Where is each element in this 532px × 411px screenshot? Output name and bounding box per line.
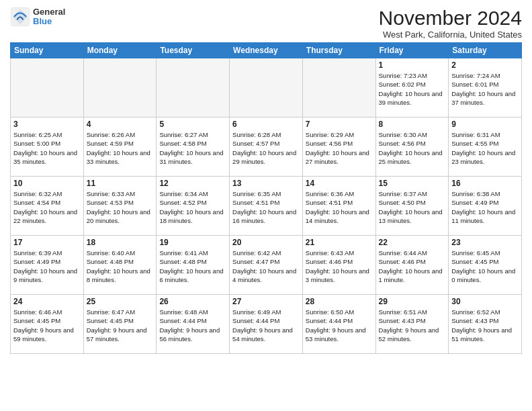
calendar-cell: 10Sunrise: 6:32 AM Sunset: 4:54 PM Dayli… bbox=[11, 177, 84, 236]
month-title: November 2024 bbox=[379, 7, 522, 30]
day-info: Sunrise: 6:35 AM Sunset: 4:51 PM Dayligh… bbox=[232, 189, 300, 225]
calendar-cell: 29Sunrise: 6:51 AM Sunset: 4:43 PM Dayli… bbox=[375, 295, 449, 354]
calendar-cell: 15Sunrise: 6:37 AM Sunset: 4:50 PM Dayli… bbox=[375, 177, 449, 236]
day-info: Sunrise: 6:31 AM Sunset: 4:55 PM Dayligh… bbox=[451, 130, 519, 166]
day-info: Sunrise: 6:25 AM Sunset: 5:00 PM Dayligh… bbox=[13, 130, 81, 166]
day-number: 1 bbox=[379, 60, 446, 70]
title-block: November 2024 West Park, California, Uni… bbox=[379, 7, 522, 40]
day-number: 15 bbox=[379, 179, 446, 188]
day-number: 26 bbox=[159, 297, 226, 306]
day-info: Sunrise: 6:44 AM Sunset: 4:46 PM Dayligh… bbox=[379, 248, 446, 284]
calendar-cell: 18Sunrise: 6:40 AM Sunset: 4:48 PM Dayli… bbox=[83, 236, 157, 295]
day-info: Sunrise: 6:37 AM Sunset: 4:50 PM Dayligh… bbox=[379, 189, 446, 225]
day-number: 30 bbox=[451, 297, 519, 306]
day-number: 21 bbox=[306, 238, 373, 247]
day-number: 19 bbox=[159, 238, 226, 247]
day-info: Sunrise: 6:41 AM Sunset: 4:48 PM Dayligh… bbox=[159, 248, 226, 284]
calendar-cell: 9Sunrise: 6:31 AM Sunset: 4:55 PM Daylig… bbox=[449, 118, 522, 177]
calendar-cell: 20Sunrise: 6:42 AM Sunset: 4:47 PM Dayli… bbox=[230, 236, 303, 295]
day-number: 29 bbox=[379, 297, 446, 306]
col-header-saturday: Saturday bbox=[449, 43, 522, 58]
calendar-cell: 3Sunrise: 6:25 AM Sunset: 5:00 PM Daylig… bbox=[11, 118, 84, 177]
day-number: 12 bbox=[159, 179, 226, 188]
calendar-cell: 22Sunrise: 6:44 AM Sunset: 4:46 PM Dayli… bbox=[375, 236, 449, 295]
page-container: General Blue November 2024 West Park, Ca… bbox=[0, 0, 532, 357]
day-info: Sunrise: 6:45 AM Sunset: 4:45 PM Dayligh… bbox=[451, 248, 519, 284]
calendar-cell: 30Sunrise: 6:52 AM Sunset: 4:43 PM Dayli… bbox=[449, 295, 522, 354]
day-info: Sunrise: 6:26 AM Sunset: 4:59 PM Dayligh… bbox=[87, 130, 154, 166]
day-number: 18 bbox=[87, 238, 154, 247]
day-number: 14 bbox=[306, 179, 373, 188]
col-header-wednesday: Wednesday bbox=[230, 43, 303, 58]
day-info: Sunrise: 6:42 AM Sunset: 4:47 PM Dayligh… bbox=[232, 248, 300, 284]
day-info: Sunrise: 6:33 AM Sunset: 4:53 PM Dayligh… bbox=[87, 189, 154, 225]
calendar-cell: 11Sunrise: 6:33 AM Sunset: 4:53 PM Dayli… bbox=[83, 177, 157, 236]
calendar-cell: 13Sunrise: 6:35 AM Sunset: 4:51 PM Dayli… bbox=[230, 177, 303, 236]
day-number: 24 bbox=[13, 297, 81, 306]
day-number: 3 bbox=[13, 120, 81, 129]
col-header-sunday: Sunday bbox=[11, 43, 84, 58]
calendar-cell: 2Sunrise: 7:24 AM Sunset: 6:01 PM Daylig… bbox=[449, 58, 522, 118]
calendar-cell bbox=[11, 58, 84, 118]
day-number: 8 bbox=[379, 120, 446, 129]
day-number: 2 bbox=[451, 60, 519, 70]
col-header-monday: Monday bbox=[83, 43, 157, 58]
logo-icon bbox=[10, 7, 30, 27]
calendar-cell: 26Sunrise: 6:48 AM Sunset: 4:44 PM Dayli… bbox=[157, 295, 230, 354]
calendar-cell bbox=[302, 58, 375, 118]
day-info: Sunrise: 6:48 AM Sunset: 4:44 PM Dayligh… bbox=[159, 308, 226, 343]
day-info: Sunrise: 7:24 AM Sunset: 6:01 PM Dayligh… bbox=[451, 71, 519, 107]
day-info: Sunrise: 6:52 AM Sunset: 4:43 PM Dayligh… bbox=[451, 308, 519, 343]
calendar-cell bbox=[230, 58, 303, 118]
logo: General Blue bbox=[10, 7, 65, 27]
day-number: 22 bbox=[379, 238, 446, 247]
day-info: Sunrise: 6:40 AM Sunset: 4:48 PM Dayligh… bbox=[87, 248, 154, 284]
day-number: 10 bbox=[13, 179, 81, 188]
calendar-cell: 1Sunrise: 7:23 AM Sunset: 6:02 PM Daylig… bbox=[375, 58, 449, 118]
calendar-cell: 12Sunrise: 6:34 AM Sunset: 4:52 PM Dayli… bbox=[157, 177, 230, 236]
col-header-tuesday: Tuesday bbox=[157, 43, 230, 58]
logo-line1: General bbox=[33, 7, 65, 17]
calendar-cell: 23Sunrise: 6:45 AM Sunset: 4:45 PM Dayli… bbox=[449, 236, 522, 295]
logo-text: General Blue bbox=[33, 7, 65, 27]
day-number: 5 bbox=[159, 120, 226, 129]
calendar-week-5: 24Sunrise: 6:46 AM Sunset: 4:45 PM Dayli… bbox=[11, 295, 522, 354]
day-number: 17 bbox=[13, 238, 81, 247]
calendar-header-row: SundayMondayTuesdayWednesdayThursdayFrid… bbox=[11, 43, 522, 58]
day-info: Sunrise: 6:32 AM Sunset: 4:54 PM Dayligh… bbox=[13, 189, 81, 225]
location: West Park, California, United States bbox=[379, 30, 522, 40]
day-info: Sunrise: 6:43 AM Sunset: 4:46 PM Dayligh… bbox=[306, 248, 373, 284]
calendar-cell: 16Sunrise: 6:38 AM Sunset: 4:49 PM Dayli… bbox=[449, 177, 522, 236]
calendar-week-1: 1Sunrise: 7:23 AM Sunset: 6:02 PM Daylig… bbox=[11, 58, 522, 118]
day-info: Sunrise: 6:34 AM Sunset: 4:52 PM Dayligh… bbox=[159, 189, 226, 225]
col-header-thursday: Thursday bbox=[302, 43, 375, 58]
calendar-cell: 28Sunrise: 6:50 AM Sunset: 4:44 PM Dayli… bbox=[302, 295, 375, 354]
day-info: Sunrise: 6:27 AM Sunset: 4:58 PM Dayligh… bbox=[159, 130, 226, 166]
calendar-week-2: 3Sunrise: 6:25 AM Sunset: 5:00 PM Daylig… bbox=[11, 118, 522, 177]
calendar-cell: 7Sunrise: 6:29 AM Sunset: 4:56 PM Daylig… bbox=[302, 118, 375, 177]
day-info: Sunrise: 6:50 AM Sunset: 4:44 PM Dayligh… bbox=[306, 308, 373, 343]
calendar-cell: 27Sunrise: 6:49 AM Sunset: 4:44 PM Dayli… bbox=[230, 295, 303, 354]
day-info: Sunrise: 6:47 AM Sunset: 4:45 PM Dayligh… bbox=[87, 308, 154, 343]
logo-line2: Blue bbox=[33, 17, 65, 26]
day-number: 7 bbox=[306, 120, 373, 129]
day-info: Sunrise: 6:28 AM Sunset: 4:57 PM Dayligh… bbox=[232, 130, 300, 166]
calendar-cell: 8Sunrise: 6:30 AM Sunset: 4:56 PM Daylig… bbox=[375, 118, 449, 177]
day-info: Sunrise: 6:51 AM Sunset: 4:43 PM Dayligh… bbox=[379, 308, 446, 343]
calendar-cell: 24Sunrise: 6:46 AM Sunset: 4:45 PM Dayli… bbox=[11, 295, 84, 354]
calendar-cell: 5Sunrise: 6:27 AM Sunset: 4:58 PM Daylig… bbox=[157, 118, 230, 177]
day-info: Sunrise: 7:23 AM Sunset: 6:02 PM Dayligh… bbox=[379, 71, 446, 107]
calendar-week-3: 10Sunrise: 6:32 AM Sunset: 4:54 PM Dayli… bbox=[11, 177, 522, 236]
day-number: 11 bbox=[87, 179, 154, 188]
day-info: Sunrise: 6:39 AM Sunset: 4:49 PM Dayligh… bbox=[13, 248, 81, 284]
calendar-cell: 14Sunrise: 6:36 AM Sunset: 4:51 PM Dayli… bbox=[302, 177, 375, 236]
day-info: Sunrise: 6:30 AM Sunset: 4:56 PM Dayligh… bbox=[379, 130, 446, 166]
calendar-cell: 21Sunrise: 6:43 AM Sunset: 4:46 PM Dayli… bbox=[302, 236, 375, 295]
day-info: Sunrise: 6:46 AM Sunset: 4:45 PM Dayligh… bbox=[13, 308, 81, 343]
day-info: Sunrise: 6:36 AM Sunset: 4:51 PM Dayligh… bbox=[306, 189, 373, 225]
calendar-week-4: 17Sunrise: 6:39 AM Sunset: 4:49 PM Dayli… bbox=[11, 236, 522, 295]
calendar-cell: 6Sunrise: 6:28 AM Sunset: 4:57 PM Daylig… bbox=[230, 118, 303, 177]
calendar-cell bbox=[157, 58, 230, 118]
day-info: Sunrise: 6:49 AM Sunset: 4:44 PM Dayligh… bbox=[232, 308, 300, 343]
calendar-cell: 4Sunrise: 6:26 AM Sunset: 4:59 PM Daylig… bbox=[83, 118, 157, 177]
